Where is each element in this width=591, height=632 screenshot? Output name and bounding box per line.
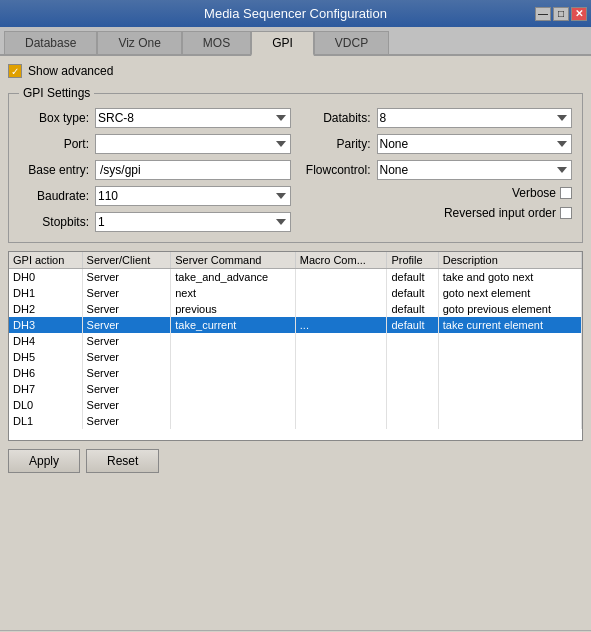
base-entry-input[interactable] bbox=[95, 160, 291, 180]
show-advanced-checkbox[interactable]: ✓ bbox=[8, 64, 22, 78]
box-type-label: Box type: bbox=[19, 111, 89, 125]
baudrate-label: Baudrate: bbox=[19, 189, 89, 203]
tab-vdcp[interactable]: VDCP bbox=[314, 31, 389, 54]
reversed-input-label: Reversed input order bbox=[444, 206, 556, 220]
flowcontrol-row: Flowcontrol: NoneHardwareSoftware bbox=[301, 160, 573, 180]
gpi-settings-legend: GPI Settings bbox=[19, 86, 94, 100]
flowcontrol-label: Flowcontrol: bbox=[301, 163, 371, 177]
window-close-button[interactable]: ✕ bbox=[571, 7, 587, 21]
tab-database[interactable]: Database bbox=[4, 31, 97, 54]
main-content: ✓ Show advanced GPI Settings Box type: S… bbox=[0, 56, 591, 630]
tab-gpi[interactable]: GPI bbox=[251, 31, 314, 56]
box-type-row: Box type: SRC-8 SRC-16 MAVIO bbox=[19, 108, 291, 128]
table-row[interactable]: DH5Server bbox=[9, 349, 582, 365]
tab-mos[interactable]: MOS bbox=[182, 31, 251, 54]
databits-row: Databits: 8765 bbox=[301, 108, 573, 128]
parity-label: Parity: bbox=[301, 137, 371, 151]
verbose-row: Verbose bbox=[301, 186, 573, 200]
table-row[interactable]: DH4Server bbox=[9, 333, 582, 349]
port-label: Port: bbox=[19, 137, 89, 151]
parity-select[interactable]: NoneOddEven bbox=[377, 134, 573, 154]
table-row[interactable]: DH2Serverpreviousdefaultgoto previous el… bbox=[9, 301, 582, 317]
tab-viz-one[interactable]: Viz One bbox=[97, 31, 181, 54]
baudrate-select[interactable]: 110300600 bbox=[95, 186, 291, 206]
stopbits-label: Stopbits: bbox=[19, 215, 89, 229]
base-entry-row: Base entry: bbox=[19, 160, 291, 180]
col-server-command: Server Command bbox=[171, 252, 296, 269]
table-row[interactable]: DL0Server bbox=[9, 397, 582, 413]
table-row[interactable]: DH6Server bbox=[9, 365, 582, 381]
col-server-client: Server/Client bbox=[82, 252, 171, 269]
parity-row: Parity: NoneOddEven bbox=[301, 134, 573, 154]
databits-select[interactable]: 8765 bbox=[377, 108, 573, 128]
maximize-button[interactable]: □ bbox=[553, 7, 569, 21]
base-entry-label: Base entry: bbox=[19, 163, 89, 177]
stopbits-select[interactable]: 12 bbox=[95, 212, 291, 232]
databits-label: Databits: bbox=[301, 111, 371, 125]
baudrate-row: Baudrate: 110300600 bbox=[19, 186, 291, 206]
port-row: Port: bbox=[19, 134, 291, 154]
tab-bar: Database Viz One MOS GPI VDCP bbox=[0, 27, 591, 56]
table-row[interactable]: DL1Server bbox=[9, 413, 582, 429]
verbose-checkbox[interactable] bbox=[560, 187, 572, 199]
reset-button[interactable]: Reset bbox=[86, 449, 159, 473]
verbose-label: Verbose bbox=[512, 186, 556, 200]
port-select[interactable] bbox=[95, 134, 291, 154]
gpi-form-grid: Box type: SRC-8 SRC-16 MAVIO Port: Base … bbox=[19, 108, 572, 232]
minimize-button[interactable]: — bbox=[535, 7, 551, 21]
apply-button[interactable]: Apply bbox=[8, 449, 80, 473]
reversed-input-checkbox[interactable] bbox=[560, 207, 572, 219]
col-description: Description bbox=[438, 252, 581, 269]
show-advanced-label: Show advanced bbox=[28, 64, 113, 78]
show-advanced-row: ✓ Show advanced bbox=[8, 64, 583, 78]
col-gpi-action: GPI action bbox=[9, 252, 82, 269]
gpi-settings-group: GPI Settings Box type: SRC-8 SRC-16 MAVI… bbox=[8, 86, 583, 243]
gpi-table-container: GPI action Server/Client Server Command … bbox=[8, 251, 583, 441]
col-profile: Profile bbox=[387, 252, 438, 269]
window-title: Media Sequencer Configuration bbox=[204, 6, 387, 21]
title-bar: Media Sequencer Configuration — □ ✕ bbox=[0, 0, 591, 27]
stopbits-row: Stopbits: 12 bbox=[19, 212, 291, 232]
flowcontrol-select[interactable]: NoneHardwareSoftware bbox=[377, 160, 573, 180]
right-column: Databits: 8765 Parity: NoneOddEven Flowc… bbox=[301, 108, 573, 232]
table-row[interactable]: DH7Server bbox=[9, 381, 582, 397]
button-row: Apply Reset bbox=[8, 449, 583, 473]
table-row[interactable]: DH3Servertake_current...defaulttake curr… bbox=[9, 317, 582, 333]
table-row[interactable]: DH1Servernextdefaultgoto next element bbox=[9, 285, 582, 301]
col-macro-com: Macro Com... bbox=[295, 252, 387, 269]
table-row[interactable]: DH0Servertake_and_advancedefaulttake and… bbox=[9, 269, 582, 286]
box-type-select[interactable]: SRC-8 SRC-16 MAVIO bbox=[95, 108, 291, 128]
reversed-input-row: Reversed input order bbox=[301, 206, 573, 220]
gpi-table: GPI action Server/Client Server Command … bbox=[9, 252, 582, 429]
